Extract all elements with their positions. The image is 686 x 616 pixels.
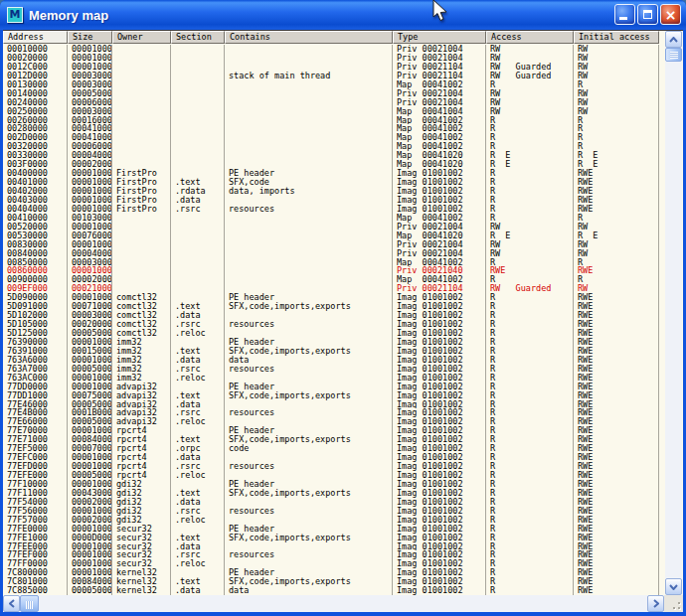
section-cell <box>171 258 225 267</box>
table-row[interactable]: 77E6600000005000advapi32.relocImag 01001… <box>3 417 659 426</box>
table-row[interactable]: 0013000000003000Map 00041002RR <box>3 80 659 89</box>
table-row[interactable]: 5D10200000003000comctl32.dataImag 010010… <box>3 311 659 320</box>
table-row[interactable]: 0026000000016000Map 00041002RR <box>3 116 659 125</box>
table-row[interactable]: 0052000000001000Priv 00021004RWRW <box>3 223 659 231</box>
table-row[interactable]: 77FE10000000D000secur32.textSFX,code,imp… <box>3 534 659 542</box>
owner-cell: FirstPro <box>112 169 171 178</box>
window-controls: × <box>614 4 681 25</box>
table-row[interactable]: 0001000000001000Priv 00021004RWRW <box>3 45 659 54</box>
resize-grip[interactable] <box>664 595 683 612</box>
table-row[interactable]: 7C80100000084000kernel32.textSFX,code,im… <box>3 577 659 586</box>
table-row[interactable]: 0083000000001000Priv 00021004RWRW <box>3 240 659 249</box>
table-row[interactable]: 002D000000041000Map 00041002RR <box>3 133 659 142</box>
table-row[interactable]: 003F000000002000Map 00041020R ER E <box>3 160 659 169</box>
vertical-scrollbar[interactable] <box>665 31 682 595</box>
table-row[interactable]: 5D12500000005000comctl32.relocImag 01001… <box>3 329 659 338</box>
table-row[interactable]: 0040000000001000FirstProPE headerImag 01… <box>3 169 659 178</box>
initial-access-cell: RWE <box>574 356 659 365</box>
table-row[interactable]: 77DD000000001000advapi32PE headerImag 01… <box>3 383 659 391</box>
table-row[interactable]: 77F1000000001000gdi32PE headerImag 01001… <box>3 480 659 489</box>
table-row[interactable]: 77FEF00000001000secur32.rsrcresourcesIma… <box>3 550 659 559</box>
minimize-button[interactable] <box>614 4 635 25</box>
table-row[interactable]: 77EFC00000001000rpcrt4.dataImag 01001002… <box>3 453 659 462</box>
horizontal-scroll-thumb[interactable] <box>20 595 39 612</box>
contains-cell: PE header <box>225 525 393 534</box>
table-row[interactable]: 77F1100000043000gdi32.textSFX,code,impor… <box>3 489 659 498</box>
maximize-button[interactable] <box>637 4 658 25</box>
table-row[interactable]: 77E4B0000001B000advapi32.rsrcresourcesIm… <box>3 408 659 417</box>
table-row[interactable]: 5D10500000020000comctl32.rsrcresourcesIm… <box>3 320 659 329</box>
address-cell: 00520000 <box>3 223 68 231</box>
table-row[interactable]: 0040100000001000FirstPro.textSFX,codeIma… <box>3 178 659 187</box>
table-row[interactable]: 0040300000001000FirstPro.dataImag 010010… <box>3 196 659 205</box>
column-header-initial-access[interactable]: Initial access <box>574 31 659 44</box>
contains-cell <box>225 151 393 160</box>
table-row[interactable]: 77E7100000084000rpcrt4.textSFX,code,impo… <box>3 435 659 444</box>
table-row[interactable]: 0012C00000001000Priv 00021104RW GuardedR… <box>3 63 659 72</box>
column-header-size[interactable]: Size <box>68 31 112 44</box>
table-row[interactable]: 77F5400000002000gdi32.dataImag 01001002R… <box>3 498 659 507</box>
table-row[interactable]: 77F5700000002000gdi32.relocImag 01001002… <box>3 516 659 525</box>
table-row[interactable]: 009EF00000021000Priv 00021104RW GuardedR… <box>3 284 659 293</box>
table-row[interactable]: 77E7000000001000rpcrt4PE headerImag 0100… <box>3 426 659 435</box>
column-header-section[interactable]: Section <box>171 31 225 44</box>
table-row[interactable]: 7C80000000001000kernel32PE headerImag 01… <box>3 568 659 577</box>
owner-cell <box>112 258 171 267</box>
table-row[interactable]: 0025000000003000Map 00041004RWRW <box>3 107 659 116</box>
table-row[interactable]: 0032000000006000Map 00041002RR <box>3 142 659 151</box>
table-row[interactable]: 77DD100000075000advapi32.textSFX,code,im… <box>3 391 659 400</box>
table-row[interactable]: 0002000000001000Priv 00021004RWRW <box>3 54 659 63</box>
scroll-left-button[interactable] <box>3 595 20 612</box>
table-row[interactable]: 0084000000004000Priv 00021004RWRW <box>3 249 659 258</box>
table-row[interactable]: 0028000000041000Map 00041002RR <box>3 124 659 133</box>
table-row[interactable]: 0040200000001000FirstPro.rdatadata, impo… <box>3 187 659 196</box>
column-header-access[interactable]: Access <box>486 31 574 44</box>
table-row[interactable]: 0040400000001000FirstPro.rsrcresourcesIm… <box>3 205 659 214</box>
table-row[interactable]: 77EFD00000001000rpcrt4.rsrcresourcesImag… <box>3 462 659 471</box>
table-row[interactable]: 77E4600000005000advapi32.dataImag 010010… <box>3 400 659 409</box>
table-row[interactable]: 7639100000015000imm32.textSFX,code,impor… <box>3 347 659 356</box>
type-cell: Imag 01001002 <box>393 435 486 444</box>
scroll-up-button[interactable] <box>665 31 682 48</box>
table-row[interactable]: 5D09000000001000comctl32PE headerImag 01… <box>3 293 659 302</box>
section-cell: .rsrc <box>171 205 225 214</box>
table-row[interactable]: 0012D00000003000stack of main threadPriv… <box>3 72 659 80</box>
table-row[interactable]: 0041000000103000Map 00041002RR <box>3 214 659 223</box>
table-row[interactable]: 763AC00000001000imm32.relocImag 01001002… <box>3 374 659 383</box>
table-row[interactable]: 7639000000001000imm32PE headerImag 01001… <box>3 338 659 347</box>
access-cell: R <box>486 178 574 187</box>
address-cell: 00250000 <box>3 107 68 116</box>
size-cell: 00003000 <box>68 72 112 80</box>
table-row[interactable]: 0024000000006000Priv 00021004RWRW <box>3 98 659 107</box>
table-row[interactable]: 77F5600000001000gdi32.rsrcresourcesImag … <box>3 507 659 516</box>
horizontal-scrollbar[interactable] <box>3 595 664 612</box>
table-row[interactable]: 0014000000005000Priv 00021004RWRW <box>3 89 659 98</box>
column-header-contains[interactable]: Contains <box>225 31 393 44</box>
vertical-scroll-thumb[interactable] <box>665 48 682 62</box>
table-row[interactable]: 0085000000003000Map 00041002RR <box>3 258 659 267</box>
table-row[interactable]: 0090000000002000Map 00041002RR <box>3 275 659 284</box>
column-header-owner[interactable]: Owner <box>112 31 171 44</box>
table-row[interactable]: 77FEE00000001000secur32.dataImag 0100100… <box>3 542 659 551</box>
close-button[interactable]: × <box>660 4 681 25</box>
table-row[interactable]: 763A600000001000imm32.datadataImag 01001… <box>3 356 659 365</box>
table-row[interactable]: 0053000000076000Map 00041020R ER E <box>3 231 659 240</box>
table-row[interactable]: 77FF000000001000secur32.relocImag 010010… <box>3 559 659 568</box>
table-row[interactable]: 763A700000005000imm32.rsrcresourcesImag … <box>3 365 659 374</box>
column-header-type[interactable]: Type <box>393 31 486 44</box>
scroll-down-button[interactable] <box>665 578 682 595</box>
table-row[interactable]: 77EFE00000005000rpcrt4.relocImag 0100100… <box>3 471 659 480</box>
initial-access-cell: RW <box>574 45 659 54</box>
titlebar[interactable]: M Memory map × <box>0 0 686 30</box>
section-cell <box>171 124 225 133</box>
table-row[interactable]: 77EF500000007000rpcrt4.orpccodeImag 0100… <box>3 444 659 453</box>
minimize-icon <box>619 17 627 20</box>
table-row[interactable]: 77FE000000001000secur32PE headerImag 010… <box>3 525 659 534</box>
column-header-address[interactable]: Address <box>3 31 68 44</box>
table-row[interactable]: 0033000000004000Map 00041020R ER E <box>3 151 659 160</box>
table-row[interactable]: 0086000000001000Priv 00021040RWERWE <box>3 266 659 275</box>
scroll-right-button[interactable] <box>647 595 664 612</box>
table-row[interactable]: 5D09100000071000comctl32.textSFX,code,im… <box>3 302 659 311</box>
table-row[interactable]: 7C88500000005000kernel32.datadataImag 01… <box>3 586 659 595</box>
size-cell: 00001000 <box>68 205 112 214</box>
